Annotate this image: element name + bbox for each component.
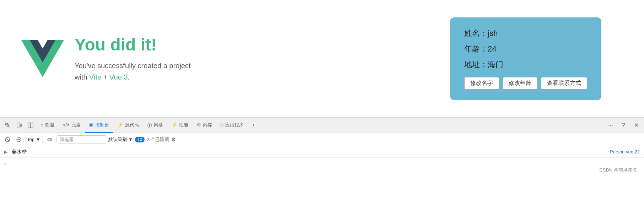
console-row-empty: › (0, 158, 644, 169)
log-level-selector[interactable]: 默认级别 ▼ (108, 136, 133, 143)
info-card: 姓名：jsh 年龄：24 地址：海门 修改名字 修改年龄 查看联系方式 (450, 17, 601, 100)
address-value: 海门 (488, 60, 503, 69)
logo-section: You did it! You've successfully created … (21, 35, 191, 83)
hidden-count-text: 2 个已隐藏 (147, 136, 169, 143)
devtools-toolbar: top ▼ 默认级别 ▼ 10 2 个已隐藏 ⚙ (0, 133, 644, 146)
tab-network[interactable]: (() 网络 (143, 118, 167, 133)
tab-application-label: 应用程序 (225, 122, 244, 128)
sources-icon: ⚡ (118, 122, 123, 128)
svg-point-11 (49, 139, 50, 140)
svg-rect-3 (20, 124, 22, 126)
tab-console-label: 控制台 (95, 122, 109, 128)
subtitle-part1: You've successfully created a project (75, 62, 191, 70)
filter-input[interactable] (56, 135, 106, 143)
age-value: 24 (488, 44, 496, 53)
device-toolbar-button[interactable] (13, 120, 25, 131)
address-row: 地址：海门 (464, 59, 587, 70)
period-text: . (128, 73, 130, 81)
console-text-1: 姜水桦 (12, 149, 27, 154)
eye-filter-button[interactable] (45, 135, 54, 144)
subtitle-part2: with (75, 73, 89, 81)
age-label: 年龄： (464, 44, 488, 53)
console-row-1: ▶ 姜水桦 Person.vue:22 (0, 146, 644, 158)
home-icon: ⌂ (40, 122, 43, 128)
console-settings-icon[interactable]: ⚙ (171, 136, 176, 143)
vite-link: Vite (89, 73, 101, 81)
memory-icon: ⚙ (197, 122, 201, 128)
tab-sources[interactable]: ⚡ 源代码 (113, 118, 143, 133)
network-icon: (() (147, 122, 152, 128)
level-dropdown-arrow-icon: ▼ (128, 137, 133, 142)
top-label: top (28, 137, 34, 142)
plus-text: + (101, 73, 109, 81)
add-tab-icon: + (252, 122, 255, 128)
vue-logo (21, 39, 64, 78)
console-row-content: ▶ 姜水桦 (4, 149, 27, 155)
tab-elements-label: 元素 (71, 122, 81, 128)
tab-console[interactable]: ▣ 控制台 (85, 118, 113, 133)
more-options-button[interactable]: ··· (605, 120, 616, 131)
card-button-row: 修改名字 修改年龄 查看联系方式 (464, 77, 587, 89)
context-selector[interactable]: top ▼ (26, 136, 43, 143)
console-icon: ▣ (89, 122, 93, 128)
main-content: You did it! You've successfully created … (0, 0, 644, 117)
name-value: jsh (488, 29, 498, 38)
tab-elements[interactable]: </> 元素 (59, 118, 85, 133)
source-link-1[interactable]: Person.vue:22 (610, 149, 640, 154)
devtools-tabs-right: ··· ? ✕ (605, 120, 642, 131)
performance-icon: ⚡ (172, 122, 177, 128)
devtools-console-area: ▶ 姜水桦 Person.vue:22 › CSDN @南风花海 (0, 146, 644, 175)
hero-title: You did it! (75, 35, 191, 54)
vue-link: Vue 3 (109, 73, 128, 81)
tab-memory[interactable]: ⚙ 内存 (193, 118, 216, 133)
help-button[interactable]: ? (618, 120, 629, 131)
tab-application[interactable]: □ 应用程序 (216, 118, 248, 133)
elements-icon: </> (63, 122, 70, 128)
clear-console-button[interactable] (3, 135, 12, 144)
devtools-panel: ⌂ 欢迎 </> 元素 ▣ 控制台 ⚡ 源代码 (() 网络 ⚡ 性能 ⚙ 内存… (0, 117, 644, 175)
name-row: 姓名：jsh (464, 28, 587, 39)
no-filter-button[interactable] (14, 135, 23, 144)
expand-arrow-icon: ▶ (4, 150, 7, 154)
devtools-tabs-bar: ⌂ 欢迎 </> 元素 ▣ 控制台 ⚡ 源代码 (() 网络 ⚡ 性能 ⚙ 内存… (0, 118, 644, 133)
change-age-button[interactable]: 修改年龄 (503, 77, 537, 89)
level-label: 默认级别 (108, 136, 127, 143)
age-row: 年龄：24 (464, 44, 587, 54)
close-devtools-button[interactable]: ✕ (631, 120, 642, 131)
hero-text: You did it! You've successfully created … (75, 35, 191, 83)
split-view-button[interactable] (25, 120, 36, 131)
tab-performance-label: 性能 (179, 122, 188, 128)
inspect-element-button[interactable] (2, 120, 13, 131)
application-icon: □ (221, 122, 223, 128)
tab-performance[interactable]: ⚡ 性能 (167, 118, 193, 133)
tab-add[interactable]: + (248, 118, 259, 133)
tab-sources-label: 源代码 (125, 122, 139, 128)
error-count-badge: 10 (135, 137, 145, 142)
svg-line-7 (6, 139, 9, 141)
address-label: 地址： (464, 60, 488, 69)
prompt-icon: › (4, 161, 6, 166)
tab-network-label: 网络 (154, 122, 163, 128)
dropdown-arrow-icon: ▼ (36, 137, 40, 142)
credit-text: CSDN @南风花海 (599, 167, 637, 173)
svg-rect-2 (17, 123, 20, 127)
change-name-button[interactable]: 修改名字 (464, 77, 499, 89)
tab-welcome-label: 欢迎 (45, 122, 54, 128)
svg-point-10 (48, 138, 52, 141)
name-label: 姓名： (464, 29, 488, 38)
console-output: ▶ 姜水桦 Person.vue:22 › (0, 146, 644, 175)
tab-memory-label: 内存 (203, 122, 212, 128)
view-contact-button[interactable]: 查看联系方式 (541, 77, 587, 89)
tab-welcome[interactable]: ⌂ 欢迎 (36, 118, 59, 133)
hero-subtitle: You've successfully created a project wi… (75, 60, 191, 83)
